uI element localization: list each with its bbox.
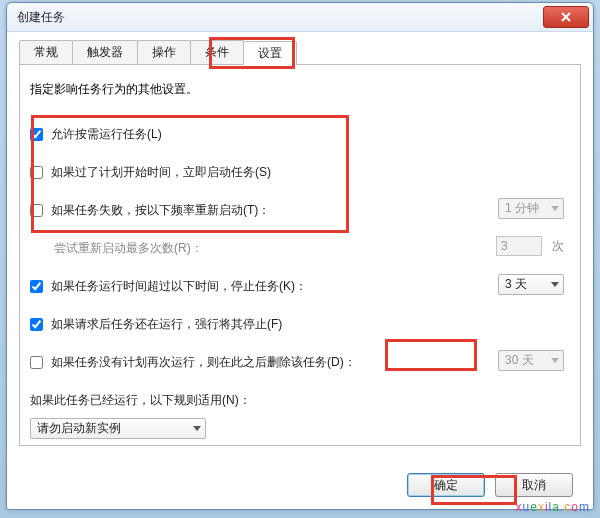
chevron-down-icon bbox=[551, 358, 559, 363]
chevron-down-icon bbox=[551, 282, 559, 287]
label-delete-if-unscheduled: 如果任务没有计划再次运行，则在此之后删除该任务(D)： bbox=[51, 354, 356, 371]
row-if-running-label: 如果此任务已经运行，以下规则适用(N)： bbox=[30, 390, 574, 410]
label-retry-suffix: 次 bbox=[552, 238, 564, 255]
dropdown-if-running-rule[interactable]: 请勿启动新实例 bbox=[30, 418, 206, 439]
checkbox-allow-demand[interactable] bbox=[30, 128, 43, 141]
chevron-down-icon bbox=[551, 206, 559, 211]
dropdown-stop-duration[interactable]: 3 天 bbox=[498, 274, 564, 295]
label-run-asap: 如果过了计划开始时间，立即启动任务(S) bbox=[51, 164, 271, 181]
tab-actions[interactable]: 操作 bbox=[137, 40, 191, 64]
close-button[interactable] bbox=[543, 6, 589, 28]
tab-conditions[interactable]: 条件 bbox=[190, 40, 244, 64]
checkbox-force-stop[interactable] bbox=[30, 318, 43, 331]
settings-panel: 指定影响任务行为的其他设置。 允许按需运行任务(L) 如果过了计划开始时间，立即… bbox=[19, 65, 581, 446]
row-allow-demand: 允许按需运行任务(L) bbox=[30, 124, 574, 144]
checkbox-delete-if-unscheduled[interactable] bbox=[30, 356, 43, 369]
label-stop-if-long: 如果任务运行时间超过以下时间，停止任务(K)： bbox=[51, 278, 307, 295]
checkbox-run-asap[interactable] bbox=[30, 166, 43, 179]
tab-triggers[interactable]: 触发器 bbox=[72, 40, 138, 64]
tab-settings[interactable]: 设置 bbox=[243, 41, 297, 65]
input-retry-count bbox=[496, 236, 542, 256]
dropdown-restart-interval-value: 1 分钟 bbox=[505, 200, 539, 217]
label-allow-demand: 允许按需运行任务(L) bbox=[51, 126, 162, 143]
dropdown-delete-after-value: 30 天 bbox=[505, 352, 534, 369]
dropdown-restart-interval[interactable]: 1 分钟 bbox=[498, 198, 564, 219]
cancel-button[interactable]: 取消 bbox=[495, 473, 573, 497]
label-if-running: 如果此任务已经运行，以下规则适用(N)： bbox=[30, 392, 251, 409]
tab-general[interactable]: 常规 bbox=[19, 40, 73, 64]
row-force-stop: 如果请求后任务还在运行，强行将其停止(F) bbox=[30, 314, 574, 334]
dropdown-if-running-value: 请勿启动新实例 bbox=[37, 420, 121, 437]
tab-bar: 常规 触发器 操作 条件 设置 bbox=[19, 40, 581, 65]
checkbox-stop-if-long[interactable] bbox=[30, 280, 43, 293]
row-stop-if-long: 如果任务运行时间超过以下时间，停止任务(K)： 3 天 bbox=[30, 276, 574, 296]
row-restart-on-fail: 如果任务失败，按以下频率重新启动(T)： 1 分钟 bbox=[30, 200, 574, 220]
content-area: 常规 触发器 操作 条件 设置 指定影响任务行为的其他设置。 允许按需运行任务(… bbox=[7, 32, 593, 460]
ok-button[interactable]: 确定 bbox=[407, 473, 485, 497]
dropdown-delete-after[interactable]: 30 天 bbox=[498, 350, 564, 371]
label-force-stop: 如果请求后任务还在运行，强行将其停止(F) bbox=[51, 316, 282, 333]
titlebar: 创建任务 bbox=[7, 3, 593, 32]
dialog-buttons: 确定 取消 bbox=[407, 473, 573, 497]
chevron-down-icon bbox=[193, 426, 201, 431]
row-retry-count: 尝试重新启动最多次数(R)： 次 bbox=[54, 238, 574, 258]
create-task-window: 创建任务 常规 触发器 操作 条件 设置 指定影响任务行为的其他设置。 允许按需… bbox=[6, 2, 594, 510]
checkbox-restart-on-fail[interactable] bbox=[30, 204, 43, 217]
row-run-asap: 如果过了计划开始时间，立即启动任务(S) bbox=[30, 162, 574, 182]
label-retry-count: 尝试重新启动最多次数(R)： bbox=[54, 240, 203, 257]
dropdown-stop-duration-value: 3 天 bbox=[505, 276, 527, 293]
row-delete-if-unscheduled: 如果任务没有计划再次运行，则在此之后删除该任务(D)： 30 天 bbox=[30, 352, 574, 372]
window-title: 创建任务 bbox=[17, 9, 65, 26]
label-restart-on-fail: 如果任务失败，按以下频率重新启动(T)： bbox=[51, 202, 270, 219]
settings-intro: 指定影响任务行为的其他设置。 bbox=[30, 81, 574, 98]
close-icon bbox=[561, 12, 571, 22]
